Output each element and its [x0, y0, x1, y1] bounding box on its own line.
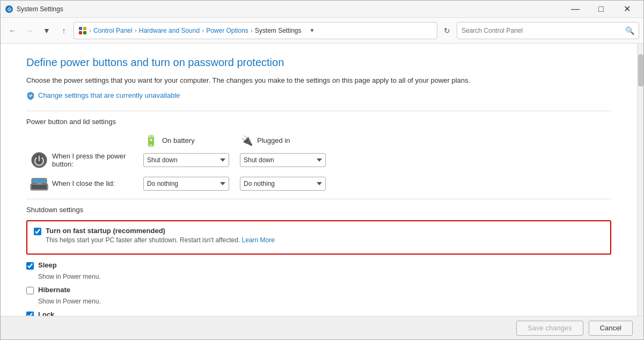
control-panel-icon	[78, 26, 87, 35]
svg-rect-9	[32, 185, 47, 189]
lock-checkbox[interactable]	[26, 312, 34, 316]
window-icon: ⚙	[5, 5, 13, 13]
window-controls: — □ ✕	[563, 1, 639, 18]
content-area: Define power buttons and turn on passwor…	[1, 44, 643, 316]
sleep-row: Sleep Show in Power menu.	[26, 261, 611, 280]
minimize-button[interactable]: —	[563, 1, 588, 18]
breadcrumb-hardware-sound[interactable]: Hardware and Sound	[139, 27, 200, 34]
up-button[interactable]: ↑	[56, 23, 71, 38]
fast-startup-row: Turn on fast startup (recommended) This …	[34, 227, 604, 244]
lock-row: Lock Show in account picture menu.	[26, 310, 611, 316]
shutdown-section-label: Shutdown settings	[26, 206, 611, 214]
forward-button[interactable]: →	[22, 23, 37, 38]
hibernate-label[interactable]: Hibernate	[38, 286, 70, 294]
col-header-battery: 🔋 On battery	[144, 134, 241, 147]
col-plugged-label: Plugged in	[257, 136, 290, 144]
col-battery-label: On battery	[162, 136, 195, 144]
lid-battery-cell: Do nothing Sleep Hibernate Shut down Tur…	[143, 177, 240, 191]
power-button-row: When I press the power button: Shut down…	[26, 151, 611, 169]
lid-icon	[30, 176, 49, 191]
svg-rect-2	[79, 27, 82, 30]
lock-label[interactable]: Lock	[38, 310, 54, 316]
recent-locations-button[interactable]: ▼	[39, 23, 54, 38]
breadcrumb-current: System Settings	[255, 27, 302, 34]
power-button-plugged-cell: Shut down Sleep Hibernate Do nothing Tur…	[240, 153, 336, 167]
settings-table-header: 🔋 On battery 🔌 Plugged in	[144, 134, 611, 147]
svg-text:⚙: ⚙	[7, 6, 12, 12]
hibernate-row: Hibernate Show in Power menu.	[26, 286, 611, 305]
address-bar: ← → ▼ ↑ › Control Panel › Hardware and S…	[1, 18, 643, 44]
close-button[interactable]: ✕	[614, 1, 639, 18]
section-divider-1	[26, 111, 611, 111]
learn-more-link[interactable]: Learn More	[242, 236, 275, 244]
hibernate-checkbox[interactable]	[26, 287, 34, 294]
fast-startup-label-block: Turn on fast startup (recommended) This …	[46, 227, 275, 244]
sleep-checkbox[interactable]	[26, 262, 34, 270]
maximize-button[interactable]: □	[589, 1, 613, 18]
title-bar: ⚙ System Settings — □ ✕	[1, 1, 643, 18]
scrollbar-thumb[interactable]	[638, 54, 643, 86]
system-settings-window: ⚙ System Settings — □ ✕ ← → ▼ ↑ › Contro…	[0, 0, 644, 340]
power-button-battery-dropdown[interactable]: Shut down Sleep Hibernate Do nothing Tur…	[143, 153, 229, 167]
sleep-label[interactable]: Sleep	[38, 261, 57, 269]
lid-battery-dropdown[interactable]: Do nothing Sleep Hibernate Shut down Tur…	[143, 177, 229, 191]
main-content: Define power buttons and turn on passwor…	[1, 44, 637, 316]
fast-startup-checkbox[interactable]	[34, 228, 41, 235]
fast-startup-box: Turn on fast startup (recommended) This …	[26, 220, 611, 255]
shutdown-section: Shutdown settings Turn on fast startup (…	[26, 206, 611, 316]
change-settings-section: Change settings that are currently unava…	[26, 91, 611, 100]
fast-startup-desc: This helps start your PC faster after sh…	[46, 236, 275, 244]
power-button-icon-cell	[26, 151, 52, 169]
shield-icon	[26, 91, 35, 100]
battery-icon: 🔋	[144, 134, 158, 147]
svg-rect-11	[33, 179, 46, 183]
lid-plugged-dropdown[interactable]: Do nothing Sleep Hibernate Shut down Tur…	[240, 177, 326, 191]
change-settings-link[interactable]: Change settings that are currently unava…	[38, 91, 180, 99]
breadcrumb-power-options[interactable]: Power Options	[206, 27, 248, 34]
svg-rect-3	[83, 27, 86, 30]
footer-bar: Save changes Cancel	[1, 316, 643, 339]
hibernate-sub: Show in Power menu.	[38, 298, 611, 305]
page-title: Define power buttons and turn on passwor…	[26, 56, 611, 69]
breadcrumb-dropdown-button[interactable]: ▼	[306, 24, 319, 37]
scrollbar[interactable]	[637, 44, 643, 316]
section-divider-2	[26, 199, 611, 199]
svg-rect-4	[79, 31, 82, 34]
power-button-battery-cell: Shut down Sleep Hibernate Do nothing Tur…	[143, 153, 240, 167]
search-input[interactable]	[462, 27, 622, 34]
window-title: System Settings	[17, 5, 563, 13]
lid-row: When I close the lid: Do nothing Sleep H…	[26, 176, 611, 191]
search-box: 🔍	[457, 22, 639, 39]
lid-label: When I close the lid:	[52, 179, 143, 187]
section-power-buttons-label: Power button and lid settings	[26, 118, 611, 126]
power-button-plugged-dropdown[interactable]: Shut down Sleep Hibernate Do nothing Tur…	[240, 153, 326, 167]
save-changes-button[interactable]: Save changes	[516, 321, 583, 336]
svg-rect-12	[37, 183, 41, 184]
cancel-button[interactable]: Cancel	[589, 321, 633, 336]
breadcrumb-control-panel[interactable]: Control Panel	[93, 27, 133, 34]
sleep-sub: Show in Power menu.	[38, 273, 611, 280]
back-button[interactable]: ←	[5, 23, 20, 38]
power-button-icon	[31, 151, 48, 169]
lid-icon-cell	[26, 176, 52, 191]
power-button-label: When I press the power button:	[52, 152, 143, 168]
breadcrumb: › Control Panel › Hardware and Sound › P…	[74, 22, 437, 39]
fast-startup-label: Turn on fast startup (recommended)	[46, 227, 275, 235]
col-header-plugged: 🔌 Plugged in	[241, 134, 338, 147]
search-icon[interactable]: 🔍	[625, 26, 634, 35]
refresh-button[interactable]: ↻	[440, 23, 455, 38]
lid-plugged-cell: Do nothing Sleep Hibernate Shut down Tur…	[240, 177, 336, 191]
page-description: Choose the power settings that you want …	[26, 75, 611, 86]
plug-icon: 🔌	[241, 135, 253, 147]
svg-rect-5	[83, 31, 86, 34]
